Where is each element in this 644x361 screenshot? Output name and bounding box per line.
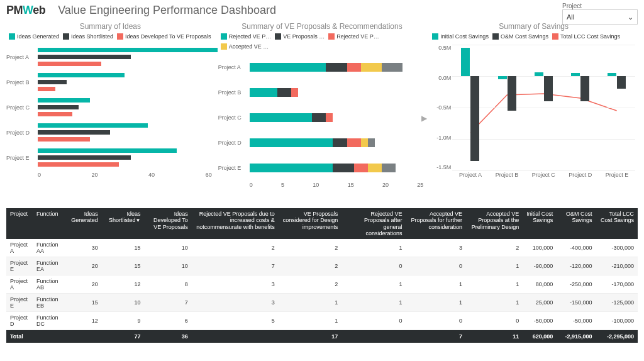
legend-proposals: Rejected VE P… VE Proposals … Rejected V… — [218, 32, 426, 51]
filter-label: Project — [562, 3, 638, 9]
logo-eb: eb — [33, 4, 45, 16]
legend-savings: Initial Cost Savings O&M Cost Savings To… — [430, 32, 638, 41]
logo-w: W — [23, 4, 33, 16]
bar[interactable] — [38, 55, 131, 59]
column[interactable] — [544, 76, 553, 101]
chart-summary-proposals[interactable]: Summary of VE Proposals & Recommendation… — [218, 19, 426, 208]
bar-segment[interactable] — [382, 164, 396, 172]
bar-segment[interactable] — [250, 113, 313, 122]
column-header[interactable]: Function — [33, 208, 64, 239]
column[interactable] — [580, 76, 589, 101]
column-header[interactable]: Accepted VE Proposals at the Preliminary… — [466, 208, 523, 239]
sort-desc-icon: ▼ — [136, 218, 141, 223]
bar-segment[interactable] — [361, 63, 382, 72]
table-row[interactable]: Project EFunction EB151073111125,000-150… — [6, 294, 638, 312]
column-header[interactable]: Rejected VE Proposals after general cons… — [341, 208, 406, 239]
chart-title: Summary of VE Proposals & Recommendation… — [218, 19, 426, 32]
bar-segment[interactable] — [250, 63, 326, 72]
bar[interactable] — [38, 87, 55, 91]
column[interactable] — [571, 73, 580, 76]
bar-segment[interactable] — [347, 63, 361, 72]
column-header[interactable]: Accepted VE Proposals for further consid… — [406, 208, 467, 239]
page-title: Value Engineering Performance Dashboard — [58, 4, 276, 17]
bar[interactable] — [38, 162, 119, 167]
column[interactable] — [461, 48, 470, 76]
bar-segment[interactable] — [368, 164, 382, 172]
bar-segment[interactable] — [291, 88, 298, 97]
column-header[interactable]: Initial Cost Savings — [523, 208, 557, 239]
table-row[interactable]: Project EFunction EA20151072001-90,000-1… — [6, 257, 638, 275]
bar-segment[interactable] — [333, 164, 353, 172]
legend-ideas: Ideas Generated Ideas Shortlisted Ideas … — [6, 32, 214, 41]
chart-summary-ideas[interactable]: Summary of Ideas Ideas Generated Ideas S… — [6, 19, 214, 208]
bar[interactable] — [38, 130, 110, 135]
bar-segment[interactable] — [361, 138, 368, 147]
bar[interactable] — [38, 155, 131, 160]
column-header[interactable]: Ideas Generated — [64, 208, 102, 239]
bar[interactable] — [38, 98, 90, 103]
bar-segment[interactable] — [250, 88, 277, 97]
column-header[interactable]: Ideas Developed To VE Proposals — [144, 208, 191, 239]
data-table[interactable]: ProjectFunctionIdeas GeneratedIdeas Shor… — [6, 208, 638, 343]
bar-segment[interactable] — [326, 113, 333, 122]
bar[interactable] — [38, 73, 125, 77]
chart-title: Summary of Ideas — [6, 19, 214, 32]
bar[interactable] — [38, 62, 101, 66]
column-header[interactable]: Project — [6, 208, 33, 239]
scroll-right-icon[interactable]: ▶ — [421, 114, 427, 123]
column[interactable] — [470, 76, 479, 161]
table-row[interactable]: Project AFunction AA30151022132100,000-4… — [6, 239, 638, 257]
bar[interactable] — [38, 80, 67, 84]
column[interactable] — [608, 73, 616, 76]
bar-segment[interactable] — [333, 138, 347, 147]
column-header[interactable]: VE Proposals considered for Design impro… — [279, 208, 341, 239]
bar-segment[interactable] — [326, 63, 347, 72]
bar-segment[interactable] — [312, 113, 326, 122]
bar-segment[interactable] — [277, 88, 291, 97]
bar-segment[interactable] — [250, 138, 333, 147]
bar-segment[interactable] — [382, 63, 402, 72]
chart-title: Summary of Savings — [430, 19, 638, 32]
bar[interactable] — [38, 148, 177, 153]
bar[interactable] — [38, 137, 90, 142]
column-header[interactable]: Total LCC Cost Savings — [596, 208, 638, 239]
column-header[interactable]: Ideas Shortlisted▼ — [102, 208, 145, 239]
column-header[interactable]: O&M Cost Savings — [557, 208, 596, 239]
column-header[interactable]: Rejected VE Proposals due to increased c… — [192, 208, 279, 239]
table-row[interactable]: Project DFunction DC129651000-50,000-50,… — [6, 312, 638, 330]
bar-segment[interactable] — [368, 138, 375, 147]
column[interactable] — [498, 76, 507, 79]
bar-segment[interactable] — [347, 138, 361, 147]
column[interactable] — [508, 76, 516, 111]
table-row[interactable]: Project AFunction AB201283211180,000-250… — [6, 275, 638, 294]
bar-segment[interactable] — [250, 164, 333, 172]
column[interactable] — [617, 76, 626, 89]
bar[interactable] — [38, 105, 79, 109]
brand-logo: PMWeb — [6, 4, 45, 17]
bar-segment[interactable] — [354, 164, 368, 172]
bar[interactable] — [38, 48, 218, 52]
chart-summary-savings[interactable]: Summary of Savings Initial Cost Savings … — [430, 19, 638, 208]
logo-pm: PM — [6, 4, 23, 16]
column[interactable] — [535, 72, 543, 76]
bar[interactable] — [38, 112, 72, 116]
bar[interactable] — [38, 123, 148, 128]
